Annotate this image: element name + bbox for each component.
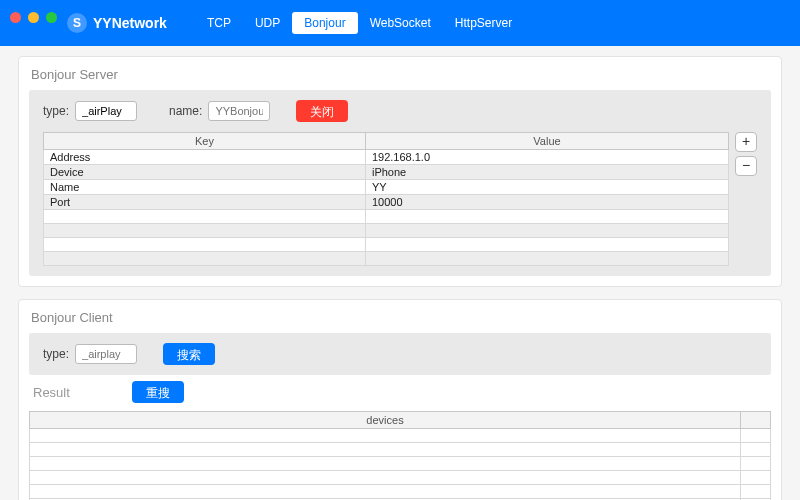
add-row-button[interactable]: + (735, 132, 757, 152)
tab-udp[interactable]: UDP (243, 12, 292, 34)
table-side-buttons: + − (735, 132, 757, 176)
main-tabs: TCP UDP Bonjour WebSocket HttpServer (195, 12, 524, 34)
col-spacer (741, 412, 771, 429)
table-row[interactable] (30, 471, 771, 485)
table-row[interactable] (30, 485, 771, 499)
col-key: Key (44, 133, 366, 150)
devices-table: devices (29, 411, 771, 500)
cell-key: Device (44, 165, 366, 180)
table-row[interactable] (30, 457, 771, 471)
cell-value: iPhone (365, 165, 728, 180)
content-area: Bonjour Server type: name: 关闭 Key (0, 46, 800, 500)
client-result-wrap: Result 重搜 devices (29, 375, 771, 500)
table-row[interactable] (30, 443, 771, 457)
table-row[interactable] (44, 252, 729, 266)
search-button[interactable]: 搜索 (163, 343, 215, 365)
app-title: YYNetwork (93, 15, 167, 31)
window-controls (10, 12, 57, 23)
col-value: Value (365, 133, 728, 150)
result-header: Result 重搜 (29, 375, 771, 411)
tab-websocket[interactable]: WebSocket (358, 12, 443, 34)
table-row[interactable] (30, 429, 771, 443)
tab-httpserver[interactable]: HttpServer (443, 12, 524, 34)
table-row[interactable]: Port 10000 (44, 195, 729, 210)
table-row[interactable] (44, 238, 729, 252)
tab-tcp[interactable]: TCP (195, 12, 243, 34)
client-panel-body: type: 搜索 (29, 333, 771, 375)
close-button[interactable]: 关闭 (296, 100, 348, 122)
minimize-window-icon[interactable] (28, 12, 39, 23)
remove-row-button[interactable]: − (735, 156, 757, 176)
bonjour-client-panel: Bonjour Client type: 搜索 Result 重搜 (18, 299, 782, 500)
server-panel-title: Bonjour Server (19, 57, 781, 90)
table-row[interactable]: Name YY (44, 180, 729, 195)
result-label: Result (33, 385, 70, 400)
server-type-input[interactable] (75, 101, 137, 121)
cell-value: YY (365, 180, 728, 195)
col-devices: devices (30, 412, 741, 429)
cell-value: 10000 (365, 195, 728, 210)
app-logo-icon: S (67, 13, 87, 33)
maximize-window-icon[interactable] (46, 12, 57, 23)
table-row[interactable]: Device iPhone (44, 165, 729, 180)
server-name-label: name: (169, 104, 202, 118)
cell-key: Name (44, 180, 366, 195)
app-window: S YYNetwork TCP UDP Bonjour WebSocket Ht… (0, 0, 800, 500)
client-panel-title: Bonjour Client (19, 300, 781, 333)
server-name-input[interactable] (208, 101, 270, 121)
cell-key: Port (44, 195, 366, 210)
table-row[interactable]: Address 192.168.1.0 (44, 150, 729, 165)
research-button[interactable]: 重搜 (132, 381, 184, 403)
table-row[interactable] (44, 210, 729, 224)
server-table-wrap: Key Value Address 192.168.1.0 Device (43, 132, 757, 266)
client-type-label: type: (43, 347, 69, 361)
server-form-row: type: name: 关闭 (43, 100, 757, 122)
server-type-label: type: (43, 104, 69, 118)
bonjour-server-panel: Bonjour Server type: name: 关闭 Key (18, 56, 782, 287)
titlebar: S YYNetwork TCP UDP Bonjour WebSocket Ht… (0, 0, 800, 46)
table-row[interactable] (44, 224, 729, 238)
cell-value: 192.168.1.0 (365, 150, 728, 165)
cell-key: Address (44, 150, 366, 165)
server-table: Key Value Address 192.168.1.0 Device (43, 132, 729, 266)
client-type-input[interactable] (75, 344, 137, 364)
server-panel-body: type: name: 关闭 Key Value (29, 90, 771, 276)
client-form-row: type: 搜索 (43, 343, 757, 365)
tab-bonjour[interactable]: Bonjour (292, 12, 357, 34)
close-window-icon[interactable] (10, 12, 21, 23)
